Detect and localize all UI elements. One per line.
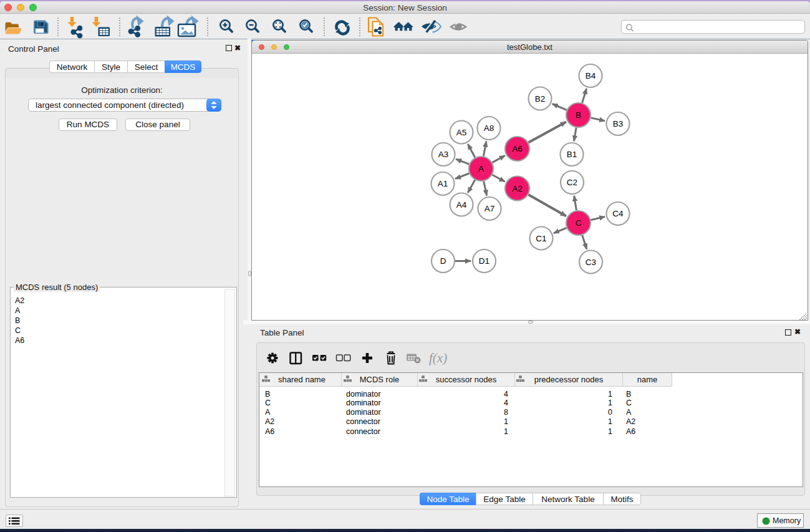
svg-text:C4: C4: [612, 209, 624, 218]
svg-text:C: C: [576, 218, 582, 228]
svg-text:C3: C3: [586, 258, 596, 267]
svg-text:B: B: [576, 110, 581, 120]
svg-text:C2: C2: [567, 178, 577, 187]
svg-text:D: D: [440, 256, 446, 266]
svg-text:f(x): f(x): [429, 351, 447, 365]
svg-text:B3: B3: [613, 119, 624, 128]
svg-text:A6: A6: [512, 144, 523, 153]
svg-text:D1: D1: [479, 256, 489, 266]
svg-text:A4: A4: [456, 200, 467, 210]
svg-text:A: A: [478, 164, 484, 173]
svg-text:C1: C1: [536, 234, 546, 243]
svg-text:B1: B1: [567, 150, 577, 159]
svg-text:A2: A2: [512, 184, 523, 193]
svg-text:B4: B4: [586, 71, 596, 80]
svg-text:A8: A8: [484, 123, 494, 133]
svg-text:A5: A5: [456, 128, 467, 137]
svg-text:B2: B2: [535, 94, 546, 104]
svg-text:A1: A1: [438, 179, 448, 188]
svg-text:A7: A7: [485, 204, 495, 213]
svg-text:A3: A3: [438, 150, 449, 159]
